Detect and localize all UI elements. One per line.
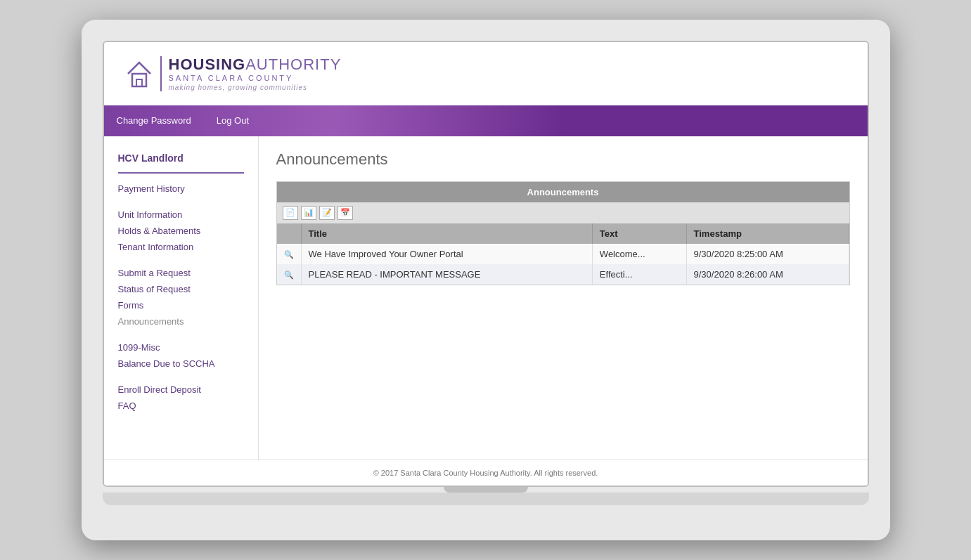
sidebar-group-4: 1099-Misc Balance Due to SCCHA [104, 339, 258, 372]
sidebar-item-unit-information[interactable]: Unit Information [104, 207, 258, 223]
sidebar-item-submit-request[interactable]: Submit a Request [104, 265, 258, 281]
sidebar: HCV Landlord Payment History Unit Inform… [104, 136, 259, 460]
table-header-row-cols: Title Text Timestamp [277, 223, 849, 244]
sidebar-item-announcements[interactable]: Announcements [104, 313, 258, 330]
row2-search-icon[interactable]: 🔍 [284, 271, 294, 279]
toolbar-cal-button[interactable]: 📅 [337, 206, 353, 220]
logo-text-block: HOUSINGAUTHORITY SANTA CLARA COUNTY maki… [160, 56, 342, 91]
sidebar-item-status-request[interactable]: Status of Request [104, 281, 258, 297]
sidebar-item-enroll-direct-deposit[interactable]: Enroll Direct Deposit [104, 382, 258, 398]
laptop-notch [444, 487, 528, 493]
announcements-table-container: Announcements 📄 📊 📝 📅 [276, 181, 850, 285]
toolbar-pdf-button[interactable]: 📄 [283, 206, 298, 220]
doc-icon: 📝 [322, 208, 332, 217]
nav-log-out[interactable]: Log Out [204, 105, 262, 136]
cal-icon: 📅 [340, 208, 350, 217]
row2-search-cell: 🔍 [277, 264, 302, 285]
col-header-icon [277, 223, 302, 244]
sidebar-group-3: Submit a Request Status of Request Forms… [104, 265, 258, 330]
sidebar-divider [118, 172, 244, 174]
laptop-frame: HOUSINGAUTHORITY SANTA CLARA COUNTY maki… [82, 20, 890, 540]
sidebar-group-2: Unit Information Holds & Abatements Tena… [104, 207, 258, 255]
row1-text: Welcome... [592, 244, 686, 264]
announcements-table: Title Text Timestamp 🔍 We Have Improved … [277, 223, 849, 285]
svg-rect-1 [136, 79, 142, 86]
logo-authority: AUTHORITY [245, 56, 341, 73]
logo-housing: HOUSING [169, 56, 246, 73]
sidebar-item-faq[interactable]: FAQ [104, 398, 258, 414]
page-title: Announcements [276, 150, 850, 169]
row1-search-icon[interactable]: 🔍 [284, 250, 294, 259]
col-header-timestamp: Timestamp [686, 223, 849, 244]
row1-timestamp: 9/30/2020 8:25:00 AM [686, 244, 849, 264]
footer: © 2017 Santa Clara County Housing Author… [104, 460, 868, 486]
logo-tagline: making homes, growing communities [169, 84, 342, 91]
logo-main-text: HOUSINGAUTHORITY [169, 56, 342, 73]
sidebar-section-title: HCV Landlord [104, 147, 258, 172]
logo-house-icon [125, 58, 153, 89]
row2-title: PLEASE READ - IMPORTANT MESSAGE [301, 264, 592, 285]
table-row: 🔍 PLEASE READ - IMPORTANT MESSAGE Effect… [277, 264, 849, 285]
table-toolbar: 📄 📊 📝 📅 [277, 202, 849, 223]
footer-text: © 2017 Santa Clara County Housing Author… [373, 469, 598, 477]
main-content: HCV Landlord Payment History Unit Inform… [104, 136, 868, 460]
sidebar-item-tenant-information[interactable]: Tenant Information [104, 239, 258, 255]
nav-change-password[interactable]: Change Password [104, 105, 204, 136]
sidebar-item-1099-misc[interactable]: 1099-Misc [104, 339, 258, 356]
table-header-row: Announcements [277, 182, 849, 202]
row1-search-cell: 🔍 [277, 244, 302, 264]
content-panel: Announcements Announcements 📄 📊 📝 [259, 136, 868, 460]
col-header-text: Text [592, 223, 686, 244]
sidebar-item-holds-abatements[interactable]: Holds & Abatements [104, 223, 258, 239]
navbar: Change Password Log Out [104, 105, 868, 136]
sidebar-item-payment-history[interactable]: Payment History [104, 181, 258, 197]
table-row: 🔍 We Have Improved Your Owner Portal Wel… [277, 244, 849, 264]
laptop-base [103, 493, 869, 505]
sidebar-group-1: Payment History [104, 181, 258, 197]
sidebar-item-balance-due[interactable]: Balance Due to SCCHA [104, 356, 258, 372]
pdf-icon: 📄 [285, 208, 295, 217]
col-header-title: Title [301, 223, 592, 244]
xls-icon: 📊 [304, 208, 314, 217]
toolbar-xls-button[interactable]: 📊 [301, 206, 316, 220]
row1-title: We Have Improved Your Owner Portal [301, 244, 592, 264]
laptop-screen: HOUSINGAUTHORITY SANTA CLARA COUNTY maki… [103, 41, 869, 486]
sidebar-item-forms[interactable]: Forms [104, 297, 258, 313]
toolbar-doc-button[interactable]: 📝 [319, 206, 335, 220]
logo-sub-text: SANTA CLARA COUNTY [169, 74, 342, 82]
row2-text: Effecti... [592, 264, 686, 285]
row2-timestamp: 9/30/2020 8:26:00 AM [686, 264, 849, 285]
sidebar-group-5: Enroll Direct Deposit FAQ [104, 382, 258, 414]
logo-area: HOUSINGAUTHORITY SANTA CLARA COUNTY maki… [104, 42, 868, 105]
